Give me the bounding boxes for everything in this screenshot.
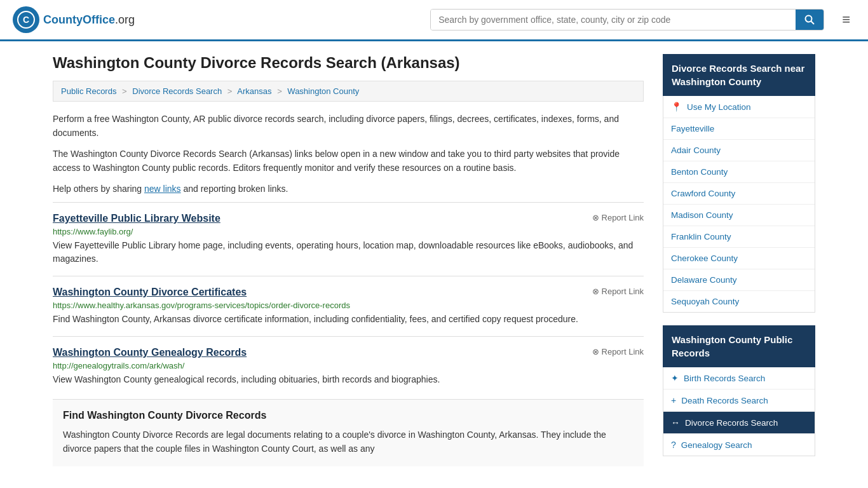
result-item-3: Washington County Genealogy Records ⊗ Re… [53,336,644,396]
breadcrumb-washington-county[interactable]: Washington County [287,86,359,96]
sidebar-item-birth-records[interactable]: ✦ Birth Records Search [663,367,815,390]
report-link-3[interactable]: ⊗ Report Link [592,347,644,356]
sidebar-item-divorce-records[interactable]: ↔ Divorce Records Search [663,412,815,434]
sidebar-nearby-section: Divorce Records Search near Washington C… [663,54,815,313]
sidebar: Divorce Records Search near Washington C… [663,54,815,466]
breadcrumb-arkansas[interactable]: Arkansas [237,86,271,96]
result-link-1[interactable]: Fayetteville Public Library Website [53,213,220,224]
result-link-3[interactable]: Washington County Genealogy Records [53,347,247,358]
result-desc-3: View Washington County genealogical reco… [53,373,644,386]
sidebar-item-benton-county[interactable]: Benton County [663,161,815,183]
sidebar-item-genealogy-search[interactable]: ? Genealogy Search [663,434,815,456]
result-url-3: http://genealogytrails.com/ark/wash/ [53,361,644,370]
main-content: Washington County Divorce Records Search… [53,54,644,466]
logo-text: CountyOffice.org [43,13,135,27]
menu-button[interactable]: ≡ [837,9,855,30]
sidebar-public-records-list: ✦ Birth Records Search + Death Records S… [663,367,815,456]
birth-records-icon: ✦ [671,373,679,383]
intro-paragraph-2: The Washington County Divorce Records Se… [53,147,644,175]
result-title-1: Fayetteville Public Library Website [53,213,220,224]
search-bar [430,9,824,30]
sidebar-item-use-my-location[interactable]: 📍 Use My Location [663,96,815,118]
result-url-1: https://www.faylib.org/ [53,227,644,236]
svg-text:C: C [23,15,29,25]
sidebar-item-franklin-county[interactable]: Franklin County [663,226,815,248]
intro-paragraph-3: Help others by sharing new links and rep… [53,182,644,196]
sidebar-item-sequoyah-county[interactable]: Sequoyah County [663,291,815,312]
result-url-2: https://www.healthy.arkansas.gov/program… [53,301,644,310]
find-section-title: Find Washington County Divorce Records [63,410,634,421]
breadcrumb-public-records[interactable]: Public Records [61,86,116,96]
logo-icon: C [13,6,39,33]
svg-line-3 [811,22,815,25]
new-links-link[interactable]: new links [144,184,181,194]
sidebar-item-madison-county[interactable]: Madison County [663,205,815,226]
find-section-desc: Washington County Divorce Records are le… [63,428,634,456]
result-item-1: Fayetteville Public Library Website ⊗ Re… [53,202,644,276]
result-desc-2: Find Washington County, Arkansas divorce… [53,313,644,326]
sidebar-nearby-list: 📍 Use My Location Fayetteville Adair Cou… [663,96,815,313]
sidebar-public-records-header: Washington County Public Records [663,325,815,367]
search-button[interactable] [796,10,824,30]
find-section: Find Washington County Divorce Records W… [53,399,644,466]
report-link-1[interactable]: ⊗ Report Link [592,213,644,222]
sidebar-public-records-section: Washington County Public Records ✦ Birth… [663,325,815,456]
report-link-2[interactable]: ⊗ Report Link [592,287,644,296]
result-link-2[interactable]: Washington County Divorce Certificates [53,287,247,297]
sidebar-item-fayetteville[interactable]: Fayetteville [663,118,815,140]
sidebar-item-crawford-county[interactable]: Crawford County [663,183,815,205]
page-title: Washington County Divorce Records Search… [53,54,644,72]
death-records-icon: + [671,395,676,405]
logo[interactable]: C CountyOffice.org [13,6,135,33]
breadcrumb-divorce-records[interactable]: Divorce Records Search [132,86,222,96]
sidebar-item-cherokee-county[interactable]: Cherokee County [663,248,815,269]
search-input[interactable] [431,10,796,30]
result-item-2: Washington County Divorce Certificates ⊗… [53,276,644,336]
result-title-3: Washington County Genealogy Records [53,347,247,358]
genealogy-icon: ? [671,440,676,450]
sidebar-item-adair-county[interactable]: Adair County [663,140,815,161]
svg-point-2 [806,16,812,22]
breadcrumb: Public Records > Divorce Records Search … [53,81,644,102]
intro-paragraph-1: Perform a free Washington County, AR pub… [53,112,644,140]
divorce-records-icon: ↔ [671,417,680,428]
result-title-2: Washington County Divorce Certificates [53,287,247,298]
sidebar-item-delaware-county[interactable]: Delaware County [663,269,815,291]
result-desc-1: View Fayetteville Public Library home pa… [53,239,644,266]
sidebar-item-death-records[interactable]: + Death Records Search [663,390,815,412]
sidebar-nearby-header: Divorce Records Search near Washington C… [663,54,815,96]
location-pin-icon: 📍 [671,102,682,112]
